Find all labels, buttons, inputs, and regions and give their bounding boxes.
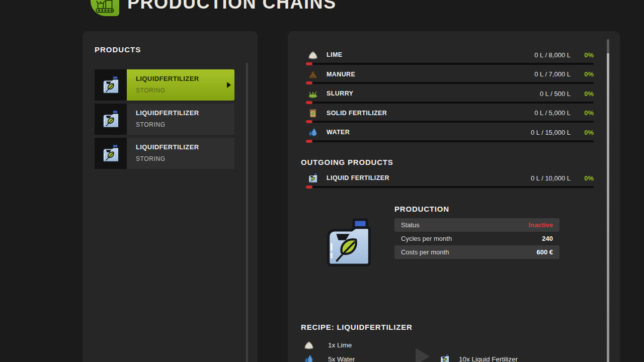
incoming-row-solid-fertilizer: SOLID FERTILIZER 0 L / 5,000 L 0% [301,105,594,124]
products-scrollbar[interactable] [246,63,248,362]
detail-scrollbar[interactable] [607,39,609,362]
lime-icon [307,49,319,60]
fill-amount: 0 L / 8,000 L [534,51,571,59]
cycles-label: Cycles per month [401,235,452,242]
product-item-status: STORING [136,121,234,128]
product-list-item-3[interactable]: LIQUIDFERTILIZER STORING [95,138,234,169]
incoming-row-water: WATER 0 L / 15,000 L 0% [301,124,594,143]
solid-fertilizer-icon [307,108,319,119]
recipe-input-water: 5x Water [303,352,355,362]
liquid-fertilizer-icon [307,172,319,184]
outgoing-row-liquid-fertilizer: LIQUID FERTILIZER 0 L / 10,000 L 0% [301,169,594,189]
costs-label: Costs per month [401,248,449,256]
fill-amount: 0 L / 10,000 L [531,174,571,182]
fill-bar-marker [306,101,312,104]
recipe-title: RECIPE: LIQUIDFERTILIZER [301,323,413,331]
production-status-value: Inactive [529,221,553,229]
production-chains-screen: PRODUCTION CHAINS PRODUCTS LIQUIDFERTILI… [0,0,644,362]
product-name: MANURE [327,71,355,78]
production-info-table: Status Inactive Cycles per month 240 Cos… [394,218,559,259]
product-item-meta: LIQUIDFERTILIZER STORING [127,104,234,135]
liquid-fertilizer-icon [95,104,127,135]
fill-amount: 0 L / 7,000 L [534,70,571,78]
product-item-name: LIQUIDFERTILIZER [136,75,234,82]
liquid-fertilizer-icon [439,353,451,362]
production-costs-value: 600 € [536,248,553,256]
status-label: Status [401,221,420,229]
product-name: SLURRY [327,90,353,97]
fill-amount: 0 L / 5,000 L [534,109,571,117]
liquid-fertilizer-icon [95,138,127,169]
slurry-icon [307,88,319,99]
fill-bar [306,63,594,65]
recipe-input-label: 1x Lime [328,341,352,349]
recipe-input-label: 5x Water [328,355,355,362]
fill-bar [306,121,594,123]
fill-percent: 0% [571,90,594,98]
fill-bar-marker [306,140,312,143]
liquid-fertilizer-icon [95,69,127,101]
incoming-row-slurry: SLURRY 0 L / 500 L 0% [301,85,594,105]
products-panel-title: PRODUCTS [95,45,141,54]
product-list-item-2[interactable]: LIQUIDFERTILIZER STORING [95,104,234,135]
lime-icon [303,339,315,350]
product-item-name: LIQUIDFERTILIZER [136,109,234,117]
product-name: LIQUID FERTILIZER [327,174,389,182]
liquid-fertilizer-image [322,210,375,276]
fill-percent: 0% [571,174,594,182]
recipe-arrow-icon [416,348,430,362]
product-item-status: STORING [136,155,234,162]
product-item-name: LIQUIDFERTILIZER [136,143,234,151]
product-name: LIME [327,51,342,58]
fill-bar [306,186,594,188]
recipe-input-lime: 1x Lime [303,338,352,352]
fill-bar [306,140,594,142]
product-list: LIQUIDFERTILIZER STORING LIQUIDFERTILIZE… [95,69,234,172]
fill-bar-marker [306,81,312,84]
recipe-output-liquid-fertilizer: 10x Liquid Fertilizer [439,352,518,362]
fill-amount: 0 L / 15,000 L [531,129,571,136]
water-icon [307,127,319,138]
production-cycles-row: Cycles per month 240 [394,232,559,245]
products-panel: PRODUCTS LIQUIDFERTILIZER STORING LIQUID… [83,31,258,362]
factory-conveyor-icon [95,0,115,14]
water-icon [303,353,315,362]
production-title: PRODUCTION [394,205,449,213]
fill-percent: 0% [571,129,594,136]
production-chains-icon [91,0,119,16]
product-item-meta: LIQUIDFERTILIZER STORING [127,69,234,101]
fill-percent: 0% [571,109,594,117]
outgoing-products-list: LIQUID FERTILIZER 0 L / 10,000 L 0% [301,169,594,189]
detail-panel: LIME 0 L / 8,000 L 0% MANURE 0 L / 7,000… [288,31,620,362]
fill-amount: 0 L / 500 L [540,90,571,98]
fill-bar-marker [306,186,312,189]
product-item-meta: LIQUIDFERTILIZER STORING [127,138,234,169]
page-title: PRODUCTION CHAINS [127,0,337,13]
incoming-products-list: LIME 0 L / 8,000 L 0% MANURE 0 L / 7,000… [301,46,594,143]
production-costs-row: Costs per month 600 € [394,245,559,259]
product-name: SOLID FERTILIZER [327,110,387,117]
fill-bar-marker [306,62,312,65]
fill-bar [306,82,594,84]
fill-bar [306,102,594,104]
recipe-output-label: 10x Liquid Fertilizer [459,355,518,362]
fill-percent: 0% [571,51,594,59]
fill-bar-marker [306,120,312,123]
production-cycles-value: 240 [542,235,553,242]
production-status-row: Status Inactive [394,218,559,232]
product-list-item-1[interactable]: LIQUIDFERTILIZER STORING [95,69,234,101]
product-name: WATER [327,129,350,136]
selected-arrow-icon [227,82,231,88]
manure-icon [307,69,319,80]
outgoing-products-title: OUTGOING PRODUCTS [301,158,393,166]
fill-percent: 0% [571,70,594,78]
incoming-row-manure: MANURE 0 L / 7,000 L 0% [301,66,594,85]
incoming-row-lime: LIME 0 L / 8,000 L 0% [301,46,594,66]
product-item-status: STORING [136,87,234,94]
